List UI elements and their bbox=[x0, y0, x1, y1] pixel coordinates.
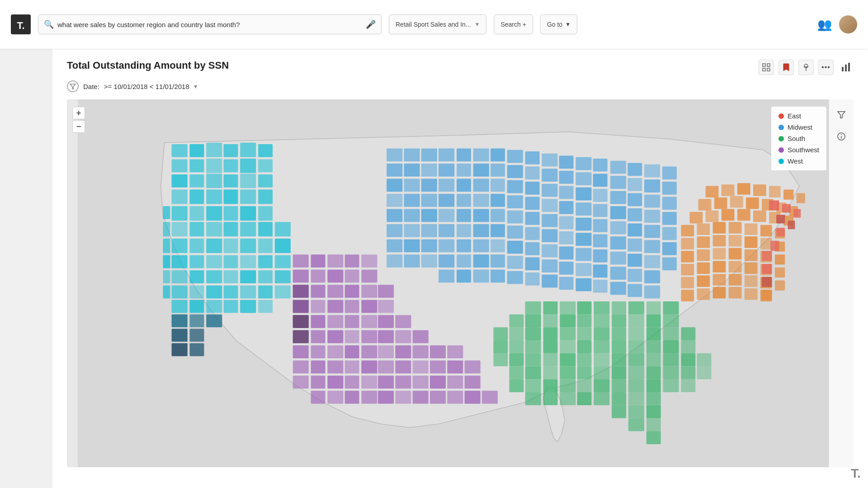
svg-rect-316 bbox=[327, 391, 343, 404]
svg-rect-32 bbox=[172, 190, 188, 204]
svg-rect-481 bbox=[713, 287, 726, 299]
svg-rect-67 bbox=[206, 270, 222, 283]
svg-rect-439 bbox=[722, 209, 735, 221]
svg-rect-232 bbox=[644, 270, 660, 283]
users-icon[interactable]: 👥 bbox=[817, 18, 832, 32]
svg-rect-360 bbox=[681, 327, 695, 340]
svg-rect-250 bbox=[361, 254, 377, 267]
svg-rect-407 bbox=[543, 392, 558, 405]
svg-rect-378 bbox=[577, 353, 592, 366]
zoom-out-button[interactable]: − bbox=[72, 120, 85, 133]
goto-button[interactable]: Go to ▼ bbox=[540, 14, 577, 34]
svg-rect-346 bbox=[628, 314, 644, 328]
svg-rect-111 bbox=[662, 166, 677, 179]
svg-rect-25 bbox=[258, 159, 273, 172]
data-source-selector[interactable]: Retail Sport Sales and In... ▼ bbox=[389, 14, 486, 34]
svg-rect-402 bbox=[612, 379, 626, 392]
svg-rect-179 bbox=[627, 239, 642, 252]
grid-icon-button[interactable] bbox=[759, 60, 774, 75]
svg-rect-264 bbox=[327, 300, 343, 313]
svg-rect-490 bbox=[776, 228, 785, 236]
svg-rect-271 bbox=[345, 315, 359, 328]
svg-rect-95 bbox=[189, 329, 204, 342]
svg-rect-223 bbox=[491, 254, 505, 267]
svg-rect-57 bbox=[189, 255, 204, 268]
svg-rect-43 bbox=[258, 206, 273, 221]
svg-rect-113 bbox=[457, 164, 471, 177]
svg-rect-412 bbox=[628, 392, 644, 405]
svg-rect-78 bbox=[275, 286, 291, 299]
svg-rect-375 bbox=[525, 353, 541, 366]
svg-rect-464 bbox=[775, 254, 785, 264]
svg-rect-122 bbox=[610, 176, 626, 189]
svg-rect-414 bbox=[612, 405, 626, 418]
svg-rect-233 bbox=[439, 270, 454, 283]
svg-rect-146 bbox=[542, 199, 557, 212]
filter-dropdown-icon[interactable]: ▾ bbox=[194, 83, 197, 90]
more-options-button[interactable]: ••• bbox=[818, 60, 834, 75]
svg-rect-19 bbox=[258, 144, 273, 157]
svg-rect-343 bbox=[577, 314, 592, 328]
svg-marker-12 bbox=[70, 84, 75, 89]
microphone-icon[interactable]: 🎤 bbox=[366, 19, 376, 29]
search-bar[interactable]: 🔍 what were sales by customer region and… bbox=[38, 14, 382, 34]
map-area[interactable] bbox=[67, 99, 854, 467]
svg-rect-299 bbox=[395, 361, 411, 374]
user-avatar[interactable] bbox=[839, 15, 857, 33]
svg-rect-337 bbox=[646, 301, 661, 314]
svg-rect-14 bbox=[172, 144, 188, 157]
svg-rect-35 bbox=[223, 190, 238, 204]
svg-rect-419 bbox=[646, 431, 661, 444]
svg-rect-137 bbox=[627, 193, 642, 206]
svg-rect-115 bbox=[491, 164, 505, 177]
svg-rect-468 bbox=[729, 261, 742, 273]
svg-rect-383 bbox=[663, 353, 679, 366]
svg-rect-157 bbox=[491, 209, 505, 222]
svg-rect-161 bbox=[559, 216, 574, 230]
svg-rect-489 bbox=[788, 221, 795, 229]
svg-rect-59 bbox=[172, 239, 188, 253]
svg-rect-393 bbox=[646, 366, 661, 380]
svg-rect-211 bbox=[404, 254, 420, 267]
svg-rect-432 bbox=[730, 196, 743, 208]
app-logo[interactable]: T. bbox=[11, 14, 31, 34]
svg-rect-92 bbox=[189, 314, 204, 328]
svg-rect-120 bbox=[576, 172, 591, 185]
bar-chart-icon-button[interactable] bbox=[838, 60, 854, 75]
svg-rect-301 bbox=[430, 361, 446, 374]
zoom-in-button[interactable]: + bbox=[72, 107, 85, 119]
svg-rect-304 bbox=[293, 375, 309, 389]
svg-rect-465 bbox=[681, 264, 694, 276]
svg-rect-430 bbox=[698, 199, 712, 211]
svg-rect-90 bbox=[163, 286, 170, 299]
pin-icon-button[interactable] bbox=[798, 60, 814, 75]
svg-rect-110 bbox=[644, 164, 660, 178]
svg-rect-249 bbox=[345, 254, 359, 267]
svg-rect-188 bbox=[542, 244, 557, 258]
bookmark-icon-button[interactable] bbox=[778, 60, 794, 75]
svg-rect-76 bbox=[240, 286, 256, 299]
svg-rect-124 bbox=[644, 179, 660, 192]
svg-rect-15 bbox=[189, 144, 204, 157]
svg-rect-483 bbox=[745, 288, 758, 300]
filter-funnel-icon[interactable] bbox=[833, 107, 849, 123]
svg-rect-252 bbox=[311, 270, 326, 283]
svg-rect-372 bbox=[681, 340, 695, 353]
svg-rect-288 bbox=[378, 345, 394, 358]
filter-value[interactable]: >= 10/01/2018 < 11/01/2018 bbox=[104, 83, 189, 90]
svg-rect-367 bbox=[594, 340, 609, 353]
search-plus-button[interactable]: Search + bbox=[494, 14, 533, 34]
info-icon[interactable] bbox=[833, 128, 849, 145]
search-input[interactable]: what were sales by customer region and c… bbox=[57, 21, 362, 28]
svg-rect-452 bbox=[697, 236, 710, 248]
svg-rect-458 bbox=[681, 251, 694, 263]
svg-rect-476 bbox=[745, 275, 758, 287]
svg-rect-23 bbox=[223, 159, 238, 172]
svg-rect-292 bbox=[447, 345, 463, 358]
svg-rect-104 bbox=[542, 154, 557, 167]
svg-rect-107 bbox=[593, 159, 608, 172]
svg-rect-310 bbox=[395, 375, 411, 389]
svg-rect-116 bbox=[507, 165, 523, 178]
svg-rect-9 bbox=[842, 67, 844, 71]
svg-rect-74 bbox=[206, 286, 222, 299]
